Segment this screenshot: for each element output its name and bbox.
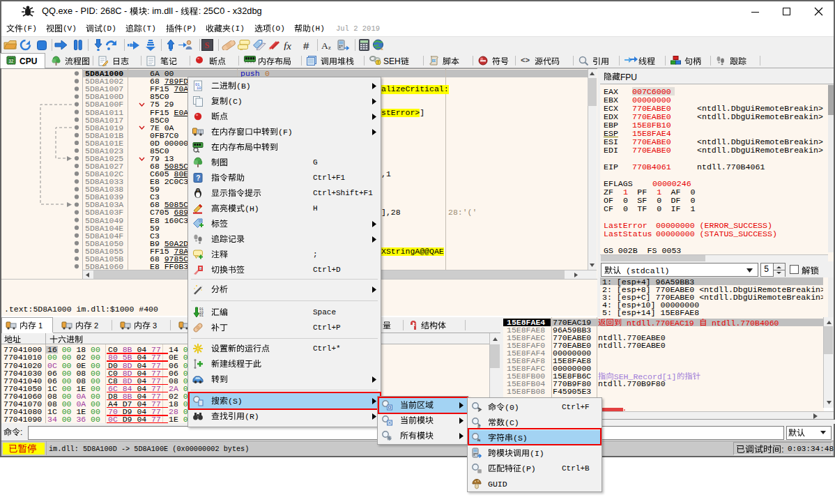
svg-text:#: # (303, 40, 309, 50)
svg-text:!: ! (377, 60, 378, 65)
svg-text:01: 01 (199, 314, 204, 317)
svg-text:?: ? (196, 174, 200, 182)
svg-text:10: 10 (197, 86, 201, 91)
svg-text:#: # (477, 423, 481, 429)
svg-text:S: S (205, 40, 210, 50)
svg-text:z: z (328, 44, 331, 50)
svg-text:fx: fx (284, 40, 291, 50)
svg-text:A: A (321, 40, 328, 49)
svg-text:<>: <> (521, 56, 530, 63)
svg-text:<>: <> (433, 59, 437, 63)
